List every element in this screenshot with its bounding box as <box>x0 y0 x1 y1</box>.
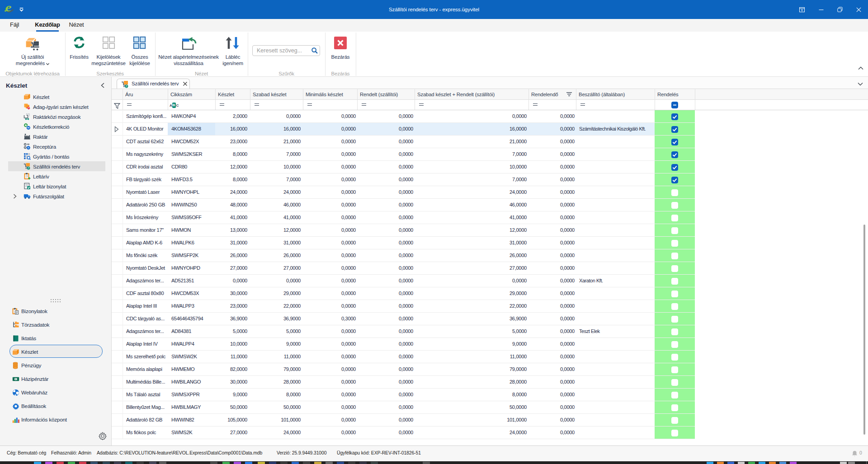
svg-text:?: ? <box>26 175 28 178</box>
svg-text:?: ? <box>28 167 29 169</box>
svg-text:e: e <box>5 5 12 14</box>
